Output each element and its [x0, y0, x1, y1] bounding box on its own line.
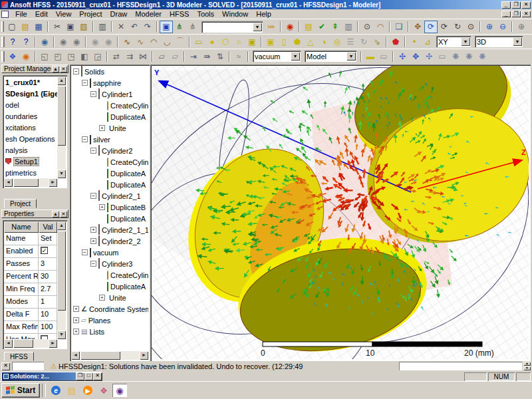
rotate-axis-button[interactable]: ⟳ — [438, 21, 451, 33]
drawing-plane-combo[interactable]: XY▼ — [436, 36, 471, 47]
message-close-icon[interactable]: ✕ — [1, 362, 10, 370]
new-button[interactable]: ▢ — [5, 21, 19, 33]
project-tab[interactable]: Project — [4, 199, 37, 208]
prop-value[interactable]: 1 — [39, 296, 57, 309]
child-restore-icon[interactable]: ❐ — [76, 372, 84, 380]
box-button[interactable]: ▣ — [264, 35, 277, 48]
circle-button[interactable]: ● — [205, 35, 219, 48]
paste-button[interactable]: ▨ — [77, 21, 90, 33]
assign-sheet-button[interactable]: ▬ — [364, 50, 377, 63]
chevron-down-icon[interactable]: ▼ — [461, 37, 470, 46]
mirror-button[interactable]: ⋈ — [136, 50, 150, 63]
collapse-icon[interactable]: − — [90, 193, 96, 199]
expand-icon[interactable]: + — [99, 125, 105, 131]
tree-item-duplicatea[interactable]: DuplicateA — [72, 213, 148, 224]
tree-item-duplicateb[interactable]: +DuplicateB — [72, 201, 148, 213]
scroll-right-icon[interactable]: ► — [49, 339, 57, 348]
sweep-face-button[interactable]: ≈ — [232, 50, 245, 63]
restore-button[interactable]: ❐ — [511, 1, 521, 9]
zoom-out-button[interactable]: ⊖ — [496, 21, 509, 33]
scroll-down-icon[interactable]: ▼ — [57, 331, 66, 339]
menu-edit[interactable]: Edit — [31, 9, 52, 19]
tree-item-coordinate-systems[interactable]: +∠Coordinate Systems — [72, 303, 148, 315]
optimetrics-button[interactable]: ◉ — [283, 21, 297, 33]
tree-item-silver[interactable]: −silver — [72, 134, 148, 145]
whats-this-button[interactable]: ? — [19, 35, 33, 48]
imprint-button[interactable]: ◲ — [91, 50, 104, 63]
mdi-child-icon[interactable] — [1, 11, 9, 18]
zoom-in-window-button[interactable]: ⊕ — [515, 21, 528, 33]
arc-3point-button[interactable]: ◡ — [160, 35, 174, 48]
duplicate-around-axis-button[interactable]: ⇛ — [200, 50, 213, 63]
tree-item-solids[interactable]: −Solids — [72, 66, 148, 77]
rotate-screen-button[interactable]: ↻ — [451, 21, 464, 33]
new-sheet-button[interactable]: ▭ — [377, 50, 390, 63]
undo-button[interactable]: ↶ — [128, 21, 141, 33]
torus-button[interactable]: ◎ — [331, 35, 344, 48]
prop-value[interactable]: 30 — [39, 271, 57, 283]
port-probe-button[interactable]: ⋔ — [186, 21, 200, 33]
minimized-solutions-window[interactable]: Solutions: 2... ❐ □ ✕ — [1, 372, 102, 381]
pm-hscrollbar[interactable]: ◄ ► — [4, 178, 57, 187]
hfss-tab[interactable]: HFSS — [4, 352, 34, 361]
pm-item-sdesign1-eige[interactable]: SDesign1 (Eige — [4, 88, 57, 99]
tree-item-unite[interactable]: +Unite — [72, 292, 148, 303]
column-header-val[interactable]: Val — [39, 221, 57, 233]
child-maximize-icon[interactable]: □ — [84, 372, 93, 380]
child-close-icon[interactable]: ✕ — [93, 372, 102, 380]
split-button[interactable]: ◧ — [78, 50, 91, 63]
tree-item-createcylin[interactable]: CreateCylin — [72, 100, 148, 111]
validate-button[interactable]: ▤ — [302, 21, 315, 33]
boundary-display-button[interactable]: ◉ — [19, 50, 33, 63]
tree-item-duplicatea[interactable]: DuplicateA — [72, 168, 148, 179]
tree-item-cylinder2-1-1[interactable]: +Cylinder2_1_1 — [72, 224, 148, 235]
wrap-sheet-button[interactable]: ▱ — [168, 50, 182, 63]
toolbar-drag-handle[interactable] — [1, 51, 5, 62]
expand-icon[interactable]: + — [73, 306, 79, 312]
duplicate-line-button[interactable]: ⇉ — [123, 50, 136, 63]
prop-value[interactable]: 3 — [39, 258, 57, 271]
scroll-right-icon[interactable]: ► — [49, 178, 57, 187]
subtract-button[interactable]: ◱ — [38, 50, 51, 63]
scroll-up-icon[interactable]: ▲ — [57, 76, 66, 85]
intersect-button[interactable]: ◳ — [65, 50, 78, 63]
scroll-down-icon[interactable]: ▼ — [57, 170, 66, 178]
child-close-button[interactable]: ✕ — [521, 11, 531, 17]
assign-boundary-button[interactable]: ✥ — [409, 50, 422, 63]
cut-button[interactable]: ✂ — [51, 21, 64, 33]
polyhedron-button[interactable]: ⬟ — [291, 35, 304, 48]
tree-item-sapphire[interactable]: −sapphire — [72, 77, 148, 88]
cylinder-button[interactable]: ▯ — [277, 35, 291, 48]
checkbox-checked-icon[interactable]: ✓ — [41, 247, 48, 254]
scroll-left-icon[interactable]: ◄ — [71, 351, 80, 360]
tree-item-createcylin[interactable]: CreateCylin — [72, 269, 148, 281]
folder-icon[interactable]: ▤ — [65, 384, 79, 397]
snapshot-button[interactable]: ▭ — [436, 50, 449, 63]
move-button[interactable]: ⇥ — [187, 50, 200, 63]
menu-draw[interactable]: Draw — [106, 9, 132, 19]
tree-item-cylinder2-1[interactable]: −Cylinder2_1 — [72, 190, 148, 201]
sweep-button[interactable]: ⇘ — [370, 35, 384, 48]
expand-icon[interactable]: + — [73, 317, 79, 323]
gear-b-button[interactable]: ❋ — [462, 50, 475, 63]
tree-item-planes[interactable]: +▱Planes — [72, 315, 148, 326]
convergence-button[interactable]: ◠ — [374, 21, 387, 33]
menu-tools[interactable]: Tools — [193, 9, 218, 19]
collapse-icon[interactable]: − — [90, 261, 96, 267]
rotate-view-button[interactable]: ⟳ — [424, 21, 438, 33]
expand-icon[interactable]: + — [90, 238, 96, 244]
menu-view[interactable]: View — [52, 9, 76, 19]
duplicate-mirror-button[interactable]: ⇄ — [110, 50, 123, 63]
toolbar-drag-handle[interactable] — [1, 21, 4, 32]
pm-item-ptimetrics[interactable]: ptimetrics — [4, 167, 57, 178]
field-probe-button[interactable]: ⋔ — [173, 21, 186, 33]
collapse-icon[interactable]: − — [73, 68, 79, 74]
measure-button[interactable]: ⊙ — [360, 21, 374, 33]
show-selection-button[interactable]: ◉ — [70, 35, 83, 48]
collapse-icon[interactable]: − — [82, 80, 88, 86]
ellipse-button[interactable]: ○ — [232, 35, 245, 48]
menu-help[interactable]: Help — [252, 9, 275, 19]
solution-data-button[interactable]: ▣ — [160, 21, 173, 33]
child-restore-button[interactable]: ❐ — [511, 11, 521, 17]
panel-collapse-icon[interactable]: ▲ — [52, 211, 59, 217]
